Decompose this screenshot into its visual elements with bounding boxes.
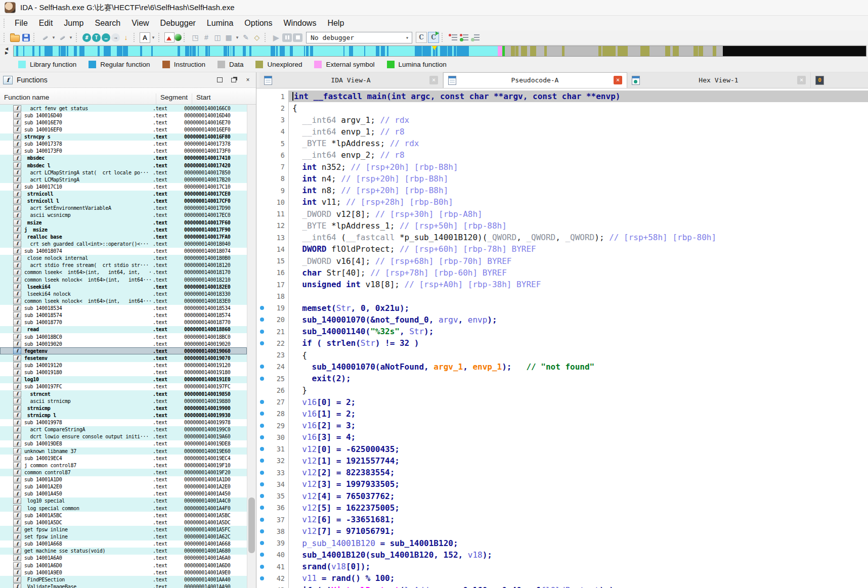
- menu-view[interactable]: View: [126, 17, 154, 29]
- function-row[interactable]: fcommon_lseek<__int64>(int, __int64, int…: [0, 269, 247, 276]
- function-row[interactable]: fsub_140018770.text0000000140018770: [0, 319, 247, 326]
- pseudocode-line[interactable]: 27 v16[0] = 2;: [256, 396, 868, 408]
- function-row[interactable]: fsub_140018574.text0000000140018574: [0, 312, 247, 319]
- pseudocode-line[interactable]: 40 sub_14001B120(sub_14001B120, 152, v18…: [256, 549, 868, 561]
- tab-ida-view-a[interactable]: IDA View-A×: [259, 72, 443, 88]
- function-row[interactable]: f__crt_seh_guarded_call<int>::operator()…: [0, 240, 247, 247]
- function-row[interactable]: f_strnicmp.text0000000140019900: [0, 404, 247, 412]
- window-grid-icon[interactable]: ▦: [224, 32, 234, 42]
- pseudocode-line[interactable]: 39 p_sub_14001B120 = sub_14001B120;: [256, 537, 868, 549]
- pseudocode-line[interactable]: 34 v12[3] = 1997933505;: [256, 478, 868, 490]
- function-row[interactable]: f_strnicoll_l.text0000000140017CF0: [0, 198, 247, 205]
- function-row[interactable]: fcommon_control87.text0000000140019F20: [0, 469, 247, 476]
- menu-file[interactable]: File: [9, 17, 33, 29]
- pseudocode-line[interactable]: 6 __int64 envp_2; // r8: [256, 149, 868, 161]
- tab-close-icon[interactable]: ×: [429, 76, 438, 84]
- function-row[interactable]: f__dcrt_lowio_ensure_console_output_init…: [0, 433, 247, 440]
- function-row[interactable]: fsub_140018534.text0000000140018534: [0, 305, 247, 312]
- pseudocode-line[interactable]: 2{: [256, 102, 868, 114]
- function-row[interactable]: f_close_nolock_internal.text000000014001…: [0, 255, 247, 262]
- window-hash-icon[interactable]: #: [201, 32, 211, 42]
- function-row[interactable]: fsub_140017378.text0000000140017378: [0, 141, 247, 148]
- function-row[interactable]: f_ValidateImageBase.text000000014001AA90: [0, 583, 247, 588]
- functions-scrollbar[interactable]: [247, 105, 256, 588]
- jump-address-icon[interactable]: #: [82, 33, 91, 42]
- pseudocode-line[interactable]: 15 _DWORD v16[4]; // [rsp+68h] [rbp-70h]…: [256, 255, 868, 267]
- column-segment[interactable]: Segment: [156, 94, 192, 104]
- function-row[interactable]: fsub_140018074.text0000000140018074: [0, 248, 247, 255]
- pseudocode-line[interactable]: 22 if ( strlen(Str) != 32 ): [256, 337, 868, 349]
- function-row[interactable]: fj_common_control87.text0000000140019F10: [0, 462, 247, 469]
- navigation-band[interactable]: [13, 46, 866, 57]
- function-row[interactable]: fset_fpsw_inline.text000000014001A62C: [0, 533, 247, 540]
- pseudocode-line[interactable]: 32 v12[1] = 1921557744;: [256, 455, 868, 467]
- debug-stop-icon[interactable]: [293, 33, 302, 42]
- pseudocode-line[interactable]: 10 int v11; // [rsp+28h] [rbp-B0h]: [256, 196, 868, 208]
- pseudocode-line[interactable]: 37 v12[6] = -33651681;: [256, 514, 868, 525]
- function-row[interactable]: fcommon_lseek_nolock<__int64>(int, __int…: [0, 276, 247, 283]
- menu-options[interactable]: Options: [239, 17, 278, 29]
- function-row[interactable]: fj__msize.text0000000140017F90: [0, 226, 247, 233]
- color-block-button[interactable]: [164, 32, 175, 42]
- edit-mode-icon[interactable]: ✎: [241, 32, 251, 42]
- function-row[interactable]: fsub_140019DE8.text0000000140019DE8: [0, 440, 247, 447]
- function-row[interactable]: fsub_140019978.text0000000140019978: [0, 419, 247, 426]
- pseudocode-line[interactable]: 23 {: [256, 349, 868, 361]
- function-row[interactable]: f__acrt_stdio_free_stream(__crt_stdio_st…: [0, 262, 247, 269]
- function-row[interactable]: f_mbsdec.text0000000140017410: [0, 155, 247, 162]
- open-file-icon[interactable]: [10, 32, 20, 42]
- jump-string-icon[interactable]: …: [102, 33, 110, 42]
- pseudocode-line[interactable]: 17 unsigned int v18[8]; // [rsp+A0h] [rb…: [256, 279, 868, 290]
- pseudocode-line[interactable]: 3 __int64 argv_1; // rdx: [256, 114, 868, 126]
- pseudocode-line[interactable]: 28 v16[1] = 2;: [256, 408, 868, 420]
- pseudocode-line[interactable]: 29 v16[2] = 3;: [256, 420, 868, 431]
- function-row[interactable]: fsub_14001A6D0.text000000014001A6D0: [0, 562, 247, 569]
- pseudocode-line[interactable]: 41 srand(v18[0]);: [256, 561, 868, 572]
- mark-text-dropdown[interactable]: ▾: [151, 32, 156, 42]
- function-row[interactable]: fsub_1400173F0.text00000001400173F0: [0, 148, 247, 155]
- pseudocode-line[interactable]: 31 v12[0] = -625000435;: [256, 443, 868, 455]
- script-snippets-icon[interactable]: [471, 33, 480, 41]
- pseudocode-line[interactable]: 25 exit(2);: [256, 373, 868, 384]
- function-row[interactable]: fsub_140016E70.text0000000140016E70: [0, 119, 247, 126]
- function-row[interactable]: fsub_140018BC0.text0000000140018BC0: [0, 333, 247, 340]
- function-row[interactable]: fsub_14001A6A0.text000000014001A6A0: [0, 555, 247, 562]
- pseudocode-line[interactable]: 9 int n8; // [rsp+20h] [rbp-B8h]: [256, 185, 868, 196]
- pseudocode-line[interactable]: 13 __int64 (__fastcall *p_sub_14001B120)…: [256, 232, 868, 243]
- function-row[interactable]: fget_machine_sse_status(void).text000000…: [0, 548, 247, 555]
- functions-column-header[interactable]: Function name Segment Start: [0, 88, 256, 105]
- function-row[interactable]: fsub_14001A1D0.text000000014001A1D0: [0, 476, 247, 483]
- pseudocode-line[interactable]: 11 _DWORD v12[8]; // [rsp+30h] [rbp-A8h]: [256, 208, 868, 220]
- tab-pseudocode-a[interactable]: Pseudocode-A×: [443, 72, 627, 88]
- panel-restore-button[interactable]: [214, 75, 225, 84]
- function-row[interactable]: f_strnicoll.text0000000140017CE0: [0, 191, 247, 198]
- mark-text-button[interactable]: A: [140, 32, 150, 43]
- function-row[interactable]: funknown_libname_37.text0000000140019E60: [0, 447, 247, 455]
- pseudocode-line[interactable]: 12 _BYTE *lpAddress_1; // [rsp+50h] [rbp…: [256, 220, 868, 232]
- pseudocode-line[interactable]: 26 }: [256, 384, 868, 396]
- function-row[interactable]: flog10.text00000001400191E0: [0, 376, 247, 383]
- function-row[interactable]: fsub_140016D40.text0000000140016D40: [0, 112, 247, 119]
- functions-scrollbar-thumb[interactable]: [248, 497, 255, 553]
- function-row[interactable]: fsub_14001A668.text000000014001A668: [0, 540, 247, 548]
- function-row[interactable]: fsub_140019180.text0000000140019180: [0, 369, 247, 376]
- window-split-icon[interactable]: ◫: [212, 32, 223, 42]
- pseudocode-line[interactable]: 38 v12[7] = 971056791;: [256, 525, 868, 537]
- function-row[interactable]: f__ascii_wcsnicmp.text0000000140017EC0: [0, 212, 247, 219]
- menu-debugger[interactable]: Debugger: [155, 17, 201, 29]
- function-row[interactable]: f_lseeki64_nolock.text0000000140018330: [0, 290, 247, 297]
- pseudocode-line[interactable]: 7 int n352; // [rsp+20h] [rbp-B8h]: [256, 161, 868, 173]
- band-scroll-buttons[interactable]: ◀ ▶: [0, 47, 13, 55]
- tab-local-types[interactable]: 0Local Types×: [811, 72, 868, 88]
- pseudocode-view[interactable]: 1int __fastcall main(int argc, const cha…: [256, 88, 868, 588]
- menu-search[interactable]: Search: [89, 17, 126, 29]
- script-command-icon[interactable]: [460, 33, 469, 41]
- function-row[interactable]: fsub_1400197FC.text00000001400197FC: [0, 383, 247, 390]
- function-row[interactable]: fstrncpy_s.text0000000140016F80: [0, 133, 247, 141]
- diamond-icon[interactable]: ◇: [252, 32, 262, 42]
- menu-help[interactable]: Help: [322, 17, 350, 29]
- tab-hex-view-1[interactable]: Hex View-1×: [627, 72, 811, 88]
- window-grid-dropdown[interactable]: ▾: [235, 32, 240, 42]
- pseudocode-line[interactable]: 35 v12[4] = 765037762;: [256, 490, 868, 502]
- function-row[interactable]: f__acrt_LCMapStringA.text0000000140017B2…: [0, 176, 247, 183]
